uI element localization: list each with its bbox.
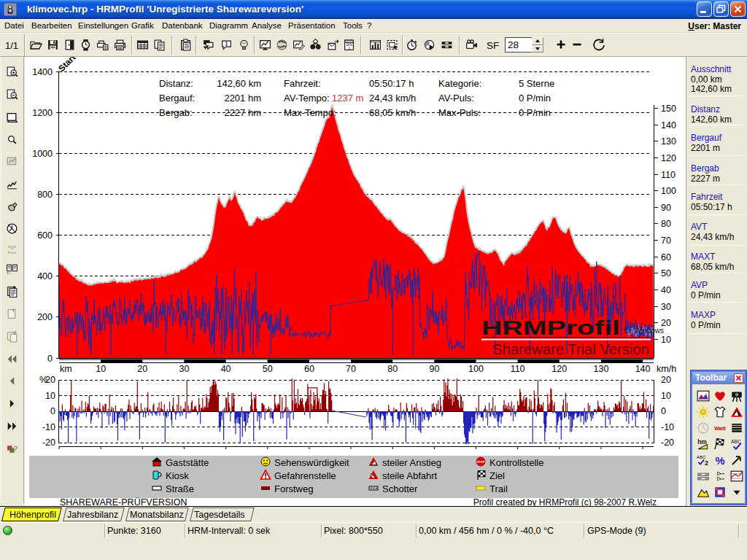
svg-text:80: 80 [661, 219, 671, 229]
svg-text:70: 70 [346, 364, 356, 374]
svg-text:Bergauf:: Bergauf: [159, 93, 195, 104]
svg-text:142,60 km: 142,60 km [217, 78, 261, 89]
svg-text:30: 30 [179, 364, 189, 374]
svg-text:60: 60 [304, 364, 314, 374]
svg-text:Sehenswürdigkeit: Sehenswürdigkeit [274, 457, 349, 468]
svg-text:-10: -10 [42, 422, 55, 432]
svg-text:150: 150 [661, 104, 676, 114]
svg-text:600: 600 [37, 230, 53, 241]
svg-text:+...: +... [7, 271, 12, 275]
svg-text:100: 100 [468, 364, 484, 374]
svg-text:ABC: ABC [697, 454, 706, 459]
svg-text:90: 90 [429, 364, 439, 374]
svg-text:2: 2 [705, 459, 708, 467]
svg-text:60: 60 [661, 252, 671, 262]
svg-text:steile Abfahrt: steile Abfahrt [382, 470, 438, 481]
svg-text:steiler Anstieg: steiler Anstieg [382, 457, 441, 468]
svg-text:-20: -20 [661, 438, 674, 448]
svg-text:1400: 1400 [32, 67, 53, 77]
svg-text:0: 0 [47, 354, 53, 364]
svg-text:0 P/min: 0 P/min [519, 107, 551, 118]
svg-text:90: 90 [661, 203, 671, 213]
svg-text:40: 40 [661, 285, 671, 295]
svg-text:100: 100 [661, 186, 676, 196]
svg-text:70: 70 [661, 236, 671, 246]
svg-text:1200: 1200 [32, 108, 53, 118]
svg-text:400: 400 [37, 271, 53, 281]
svg-text:Fahrzeit:: Fahrzeit: [284, 78, 321, 89]
svg-text:Gefahrenstelle: Gefahrenstelle [274, 470, 336, 481]
svg-text:24,43 km/h: 24,43 km/h [369, 93, 416, 104]
svg-text:Trail: Trail [489, 483, 508, 494]
svg-text:Shareware Trial Version: Shareware Trial Version [492, 341, 649, 357]
svg-text:Max-Puls:: Max-Puls: [438, 107, 481, 118]
svg-text:%: % [716, 455, 725, 467]
svg-text:-10: -10 [661, 422, 674, 432]
svg-text:68,05 km/h: 68,05 km/h [369, 107, 416, 118]
svg-text:Gaststätte: Gaststätte [166, 457, 209, 468]
svg-text:20: 20 [661, 375, 671, 385]
svg-text:40: 40 [221, 364, 231, 374]
svg-text:20: 20 [45, 375, 55, 385]
svg-text:D: D [717, 476, 721, 482]
svg-text:130: 130 [594, 364, 609, 374]
svg-text:km/h: km/h [657, 364, 676, 374]
svg-text:0: 0 [661, 406, 666, 416]
svg-text:-20: -20 [42, 438, 55, 448]
svg-text:800: 800 [37, 190, 53, 200]
svg-text:AV-Tempo:: AV-Tempo: [284, 93, 330, 104]
svg-text:120: 120 [661, 153, 676, 163]
svg-text:AV-Puls:: AV-Puls: [438, 93, 474, 104]
svg-text:80: 80 [387, 364, 398, 374]
svg-text:hour: hour [8, 250, 17, 254]
svg-text:10: 10 [661, 335, 671, 345]
svg-text:130: 130 [661, 136, 676, 147]
svg-text:km: km [60, 364, 72, 374]
svg-text:2227 hm: 2227 hm [224, 107, 261, 118]
svg-text:Max-Tempo:: Max-Tempo: [284, 107, 336, 118]
svg-text:120: 120 [551, 364, 567, 374]
svg-text:1: 1 [348, 47, 350, 50]
svg-text:hm: hm [697, 438, 707, 446]
svg-text:Watt: Watt [714, 425, 726, 432]
svg-text:ABC: ABC [731, 439, 741, 444]
svg-text:50: 50 [263, 364, 273, 374]
svg-text:50: 50 [661, 268, 671, 279]
svg-text:Start: Start [56, 57, 77, 74]
svg-text:Schotter: Schotter [382, 483, 418, 494]
svg-text:Forstweg: Forstweg [274, 483, 313, 494]
svg-text:200: 200 [37, 312, 53, 322]
svg-text:Distanz:: Distanz: [159, 78, 193, 89]
svg-text:STOP: STOP [476, 460, 485, 464]
svg-text:0: 0 [50, 406, 55, 416]
svg-text:140: 140 [661, 120, 676, 131]
svg-text:05:50:17 h: 05:50:17 h [369, 78, 414, 89]
svg-text:10: 10 [96, 364, 106, 374]
svg-text:10: 10 [45, 391, 55, 401]
svg-text:20: 20 [137, 364, 147, 374]
svg-text:Kontrollstelle: Kontrollstelle [489, 457, 543, 468]
svg-text:Kiosk: Kiosk [166, 470, 189, 481]
svg-text:140: 140 [635, 364, 651, 374]
svg-text:30: 30 [661, 302, 671, 312]
svg-text:1237 m: 1237 m [332, 93, 363, 104]
svg-text:2201 hm: 2201 hm [224, 93, 261, 104]
svg-text:110: 110 [661, 170, 676, 180]
svg-text:Kategorie:: Kategorie: [438, 78, 481, 89]
svg-text:?: ? [14, 444, 18, 452]
svg-text:Bergab:: Bergab: [159, 107, 193, 118]
svg-text:Straße: Straße [166, 483, 194, 494]
svg-text:1000: 1000 [32, 149, 53, 159]
svg-text:0 P/min: 0 P/min [519, 93, 551, 104]
svg-text:Ziel: Ziel [489, 470, 505, 481]
svg-text:110: 110 [511, 364, 525, 374]
svg-text:for Windows: for Windows [624, 327, 664, 335]
svg-text:10: 10 [661, 391, 671, 401]
svg-text:HRMProfil: HRMProfil [481, 316, 620, 339]
svg-text:5 Sterne: 5 Sterne [519, 78, 554, 89]
